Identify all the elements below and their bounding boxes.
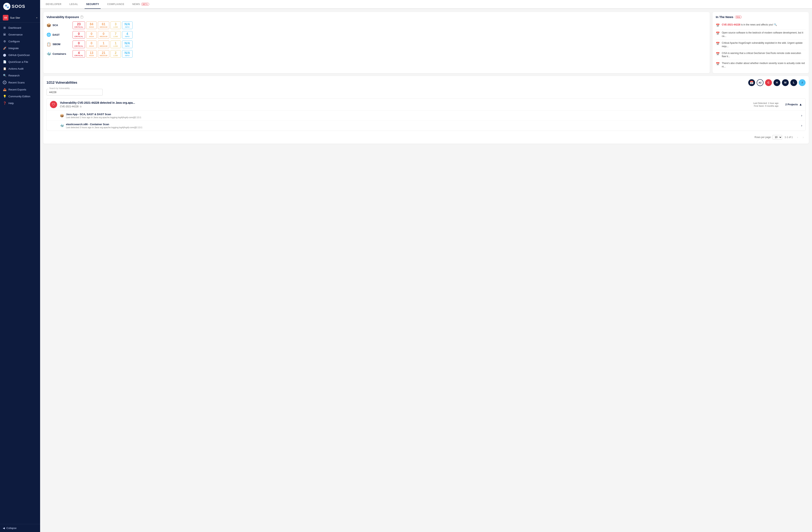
- search-input[interactable]: [46, 89, 103, 96]
- tab-compliance[interactable]: COMPLIANCE: [105, 0, 126, 9]
- copy-icon[interactable]: ⧉: [80, 105, 82, 108]
- sidebar-item-dashboard[interactable]: ⊞ Dashboard: [0, 24, 40, 31]
- dast-critical-badge[interactable]: 0 CRITICAL: [73, 31, 85, 39]
- news-item-5: 📅 There's also chatter about whether med…: [716, 60, 806, 70]
- tab-developer[interactable]: DEVELOPER: [44, 0, 63, 9]
- containers-info-badge[interactable]: N/A INFO: [122, 50, 132, 58]
- search-field-wrap: Search by Vulnerability: [46, 89, 806, 96]
- sidebar-item-label: Governance: [9, 33, 23, 36]
- vuln-row-sca: 📦 SCA 23 CRITICAL 84 HIGH: [46, 22, 707, 29]
- chevron-down-icon: ▾: [36, 17, 37, 19]
- sbom-low-badge[interactable]: 1 LOW: [111, 41, 121, 48]
- vuln-card-header-1: 🛡 Vulnerability CVE-2021-44228 detected …: [47, 98, 806, 111]
- projects-count-1[interactable]: 2 Projects ▲: [785, 103, 802, 106]
- az-sort-button[interactable]: AZ: [757, 79, 764, 86]
- news-panel-title: In The News Beta: [716, 15, 806, 19]
- vuln-section-header: 1/212 Vulnerabilities 📅 AZ C H M L i: [46, 79, 806, 86]
- sidebar-item-quickscan-file[interactable]: 📄 QuickScan a File: [0, 58, 40, 65]
- audit-icon: 📋: [3, 67, 6, 70]
- sidebar-item-github-quickscan[interactable]: ⬤ GitHub QuickScan: [0, 52, 40, 58]
- sidebar-item-label: GitHub QuickScan: [9, 54, 30, 57]
- low-filter-button[interactable]: L: [791, 79, 797, 86]
- collapse-label: Collapse: [6, 527, 17, 530]
- dast-info-badge[interactable]: 4 INFO: [122, 31, 132, 39]
- user-section[interactable]: SS Sue Ster ▾: [0, 13, 40, 23]
- containers-medium-badge[interactable]: 21 MEDIUM: [98, 50, 109, 58]
- sidebar-item-community-edition[interactable]: 💡 Community Edition: [0, 93, 40, 100]
- tab-security[interactable]: SECURITY: [85, 0, 101, 9]
- news-calendar-icon-1: 📅: [716, 23, 720, 28]
- rows-per-page-select[interactable]: 10 25 50: [772, 135, 782, 139]
- sidebar-item-label: Actions Audit: [9, 67, 24, 70]
- dashboard-icon: ⊞: [3, 26, 6, 29]
- sidebar-item-label: Recent Exports: [9, 88, 26, 91]
- sidebar-item-label: Community Edition: [9, 95, 30, 98]
- collapse-button[interactable]: ◀ Collapse: [0, 524, 40, 532]
- sca-info-badge[interactable]: N/A INFO: [122, 22, 132, 29]
- vulnerability-count-title: 1/212 Vulnerabilities: [46, 81, 77, 84]
- sca-critical-badge[interactable]: 23 CRITICAL: [73, 22, 85, 29]
- sca-medium-badge[interactable]: 61 MEDIUM: [98, 22, 109, 29]
- sbom-medium-badge[interactable]: 1 MEDIUM: [98, 41, 109, 48]
- search-label: Search by Vulnerability: [48, 87, 71, 89]
- subrow-info-2: elasticsearch:x86 - Container Scan Last …: [66, 123, 799, 129]
- vuln-subrow-1[interactable]: 📦 Java App - SCA, SAST & DAST Scan Last …: [47, 111, 806, 121]
- news-beta-badge: Beta: [735, 16, 742, 18]
- vuln-subrow-2[interactable]: 🐳 elasticsearch:x86 - Container Scan Las…: [47, 121, 806, 130]
- info-filter-button[interactable]: i: [799, 79, 806, 86]
- news-item-3: 📅 Critical Apache HugeGraph vulnerabilit…: [716, 40, 806, 50]
- dast-high-badge[interactable]: 0 HIGH: [86, 31, 97, 39]
- help-icon: ❓: [3, 101, 6, 105]
- dast-low-badge[interactable]: 7 LOW: [111, 31, 121, 39]
- news-calendar-icon-2: 📅: [716, 31, 720, 36]
- sbom-info-badge[interactable]: N/A INFO: [122, 41, 132, 48]
- vuln-row-sbom: 📋 SBOM 0 CRITICAL 0 HIGH: [46, 41, 707, 48]
- sidebar-item-integrate[interactable]: 🚀 Integrate: [0, 45, 40, 52]
- news-item-1: 📅 CVE-2021-44228 is in the news and affe…: [716, 22, 806, 29]
- sca-icon: 📦: [46, 23, 51, 27]
- containers-badges: 4 CRITICAL 13 HIGH 21 MEDIUM: [73, 50, 132, 58]
- sidebar-item-configure[interactable]: ⚙ Configure: [0, 38, 40, 45]
- containers-icon: 🐳: [46, 52, 51, 56]
- sidebar-item-research[interactable]: 🔍 Research: [0, 72, 40, 79]
- sbom-critical-badge[interactable]: 0 CRITICAL: [73, 41, 85, 48]
- medium-filter-button[interactable]: M: [782, 79, 789, 86]
- next-page-button[interactable]: ›: [801, 135, 806, 140]
- calendar-filter-button[interactable]: 📅: [748, 79, 755, 86]
- avatar: SS: [3, 15, 9, 20]
- sidebar-item-recent-scans[interactable]: 0 Recent Scans: [0, 79, 40, 86]
- dast-medium-badge[interactable]: 0 MEDIUM: [98, 31, 109, 39]
- sidebar-item-label: Help: [9, 102, 14, 105]
- news-cve-link-1[interactable]: CVE-2021-44228: [722, 23, 740, 26]
- rows-per-page: Rows per page: 10 25 50: [754, 135, 782, 139]
- configure-icon: ⚙: [3, 40, 6, 43]
- containers-high-badge[interactable]: 13 HIGH: [86, 50, 97, 58]
- sidebar-item-governance[interactable]: 🏛 Governance: [0, 31, 40, 38]
- containers-critical-badge[interactable]: 4 CRITICAL: [73, 50, 85, 58]
- news-item-text-3: Critical Apache HugeGraph vulnerability …: [722, 41, 806, 48]
- sidebar-item-recent-exports[interactable]: 📤 Recent Exports: [0, 86, 40, 93]
- subrow-container-icon: 🐳: [60, 124, 64, 128]
- containers-low-badge[interactable]: 2 LOW: [111, 50, 121, 58]
- sidebar-item-actions-audit[interactable]: 📋 Actions Audit: [0, 65, 40, 72]
- filter-toolbar: 📅 AZ C H M L i: [748, 79, 806, 86]
- vuln-subrows-1: 📦 Java App - SCA, SAST & DAST Scan Last …: [47, 111, 806, 130]
- sca-high-badge[interactable]: 84 HIGH: [86, 22, 97, 29]
- sidebar-item-help[interactable]: ❓ Help: [0, 100, 40, 107]
- tab-legal[interactable]: LEGAL: [68, 0, 80, 9]
- prev-page-button[interactable]: ‹: [795, 135, 800, 140]
- collapse-arrow-icon: ◀: [3, 527, 5, 530]
- sidebar: 🐾 SOOS SS Sue Ster ▾ ⊞ Dashboard 🏛 Gover…: [0, 0, 40, 532]
- critical-filter-button[interactable]: C: [765, 79, 772, 86]
- governance-icon: 🏛: [3, 33, 6, 36]
- news-item-text-5: There's also chatter about whether mediu…: [722, 61, 806, 68]
- panel-title: Vulnerability Exposure ?: [46, 15, 707, 19]
- sbom-high-badge[interactable]: 0 HIGH: [86, 41, 97, 48]
- tab-news[interactable]: NEWS BETA: [131, 0, 151, 9]
- sca-low-badge[interactable]: 3 LOW: [111, 22, 121, 29]
- high-filter-button[interactable]: H: [773, 79, 780, 86]
- recent-scans-icon: 0: [3, 81, 6, 84]
- help-circle-icon[interactable]: ?: [80, 15, 83, 19]
- page-info: 1-1 of 1: [784, 136, 793, 139]
- arrow-right-icon-2: ›: [801, 124, 802, 127]
